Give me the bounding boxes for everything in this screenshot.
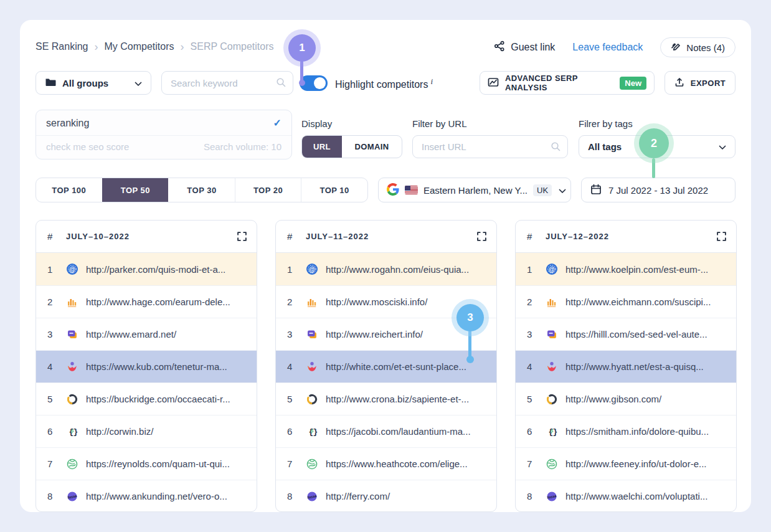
rank-cell: 6 bbox=[287, 426, 306, 437]
chevron-separator-icon: › bbox=[181, 41, 184, 52]
table-row[interactable]: 5https://buckridge.com/occaecati-r... bbox=[36, 382, 257, 415]
table-row[interactable]: 1@http://www.rogahn.com/eius-quia... bbox=[276, 253, 496, 285]
code-favicon-icon: {} bbox=[546, 425, 558, 438]
info-icon[interactable]: i bbox=[430, 77, 433, 86]
advanced-serp-analysis-button[interactable]: ADVANCED SERP ANALYSIS New bbox=[480, 71, 655, 95]
table-row[interactable]: 7http://www.feeney.info/ut-dolor-e... bbox=[516, 447, 736, 480]
url-link[interactable]: http://www.reichert.info/ bbox=[326, 329, 489, 340]
url-link[interactable]: http://www.waelchi.com/voluptati... bbox=[565, 491, 729, 501]
table-row[interactable]: 4https://www.kub.com/tenetur-ma... bbox=[36, 350, 257, 382]
url-link[interactable]: http://www.crona.biz/sapiente-et-... bbox=[326, 394, 489, 404]
url-link[interactable]: http://www.hage.com/earum-dele... bbox=[86, 297, 249, 307]
table-row[interactable]: 6{}https://jacobi.com/laudantium-ma... bbox=[276, 415, 496, 447]
display-domain-option[interactable]: DOMAIN bbox=[342, 136, 402, 158]
export-button[interactable]: EXPORT bbox=[665, 71, 736, 95]
tab-top-50[interactable]: TOP 50 bbox=[102, 178, 169, 202]
table-row[interactable]: 8fossahttp://www.ankunding.net/vero-o... bbox=[36, 480, 257, 512]
url-link[interactable]: http://parker.com/quis-modi-et-a... bbox=[86, 264, 249, 275]
filter-url-input[interactable] bbox=[412, 135, 568, 158]
breadcrumb-se-ranking[interactable]: SE Ranking bbox=[35, 41, 88, 52]
callout-step-1[interactable]: 1 bbox=[288, 34, 316, 62]
url-link[interactable]: http://www.koelpin.com/est-eum-... bbox=[565, 264, 729, 275]
url-link[interactable]: http://www.rogahn.com/eius-quia... bbox=[326, 264, 489, 275]
keyword-search-input[interactable] bbox=[161, 71, 293, 95]
table-date-title: JULY–11–2022 bbox=[306, 232, 477, 241]
url-link[interactable]: http://www.eichmann.com/suscipi... bbox=[565, 297, 729, 307]
rank-cell: 6 bbox=[47, 426, 66, 437]
serp-table-july-12: # JULY–12–2022 1@http://www.koelpin.com/… bbox=[515, 220, 737, 512]
table-row[interactable]: 5http://www.gibson.com/ bbox=[516, 382, 736, 415]
notes-button[interactable]: Notes (4) bbox=[660, 37, 736, 57]
flower-favicon-icon bbox=[546, 361, 558, 373]
rank-cell: 5 bbox=[287, 394, 306, 404]
url-link[interactable]: http://www.gibson.com/ bbox=[565, 394, 729, 404]
at-favicon-icon: @ bbox=[306, 263, 318, 275]
url-link[interactable]: http://www.ankunding.net/vero-o... bbox=[86, 491, 249, 501]
url-link[interactable]: http://www.hyatt.net/est-a-quisq... bbox=[565, 361, 729, 372]
table-row[interactable]: 6{}http://corwin.biz/ bbox=[36, 415, 257, 447]
breadcrumb-my-competitors[interactable]: My Competitors bbox=[105, 41, 174, 52]
table-row[interactable]: 7https://reynolds.com/quam-ut-qui... bbox=[36, 447, 257, 480]
callout-step-3[interactable]: 3 bbox=[456, 304, 484, 331]
url-link[interactable]: https://buckridge.com/occaecati-r... bbox=[86, 394, 249, 404]
groups-dropdown[interactable]: All groups bbox=[35, 71, 151, 95]
tab-top-100[interactable]: TOP 100 bbox=[36, 178, 102, 202]
url-link[interactable]: https://hilll.com/sed-sed-vel-aute... bbox=[565, 329, 729, 340]
rank-cell: 3 bbox=[287, 329, 306, 340]
table-row[interactable]: 1@http://parker.com/quis-modi-et-a... bbox=[36, 253, 257, 285]
keyword-suggestion-row[interactable]: check me seo score Search volume: 10 bbox=[36, 136, 291, 158]
callout-step-2[interactable]: 2 bbox=[639, 128, 669, 158]
table-row[interactable]: 3https://hilll.com/sed-sed-vel-aute... bbox=[516, 318, 736, 350]
export-icon bbox=[674, 77, 684, 89]
rank-cell: 3 bbox=[47, 329, 66, 340]
search-engine-location-dropdown[interactable]: Eastern Harlem, New Y... UK bbox=[378, 178, 571, 202]
display-url-option[interactable]: URL bbox=[302, 136, 342, 158]
expand-icon[interactable] bbox=[717, 232, 726, 241]
table-row[interactable]: 3http://www.emard.net/ bbox=[36, 318, 257, 350]
url-link[interactable]: https://reynolds.com/quam-ut-qui... bbox=[86, 458, 249, 469]
url-link[interactable]: https://www.heathcote.com/elige... bbox=[326, 458, 489, 469]
table-row[interactable]: 5http://www.crona.biz/sapiente-et-... bbox=[276, 382, 496, 415]
url-link[interactable]: http://ferry.com/ bbox=[326, 491, 489, 501]
url-link[interactable]: http://corwin.biz/ bbox=[86, 426, 249, 437]
url-link[interactable]: http://www.feeney.info/ut-dolor-e... bbox=[565, 458, 729, 469]
folder-icon bbox=[45, 77, 56, 89]
expand-icon[interactable] bbox=[237, 232, 247, 241]
table-row[interactable]: 2http://www.hage.com/earum-dele... bbox=[36, 285, 257, 318]
date-range-picker[interactable]: 7 Jul 2022 - 13 Jul 2022 bbox=[581, 178, 736, 202]
rank-cell: 6 bbox=[527, 426, 546, 437]
tab-top-20[interactable]: TOP 20 bbox=[235, 178, 301, 202]
new-badge: New bbox=[620, 77, 646, 90]
flower-favicon-icon bbox=[306, 361, 318, 373]
url-link[interactable]: http://www.emard.net/ bbox=[86, 329, 249, 340]
table-row[interactable]: 8fossahttp://www.waelchi.com/voluptati..… bbox=[516, 480, 736, 512]
filter-by-url-field bbox=[412, 135, 568, 158]
breadcrumb-serp-competitors: SERP Competitors bbox=[191, 41, 274, 52]
url-link[interactable]: http://white.com/et-et-sunt-place... bbox=[326, 361, 489, 372]
ring-favicon-icon bbox=[546, 393, 558, 406]
expand-icon[interactable] bbox=[477, 232, 486, 241]
table-row[interactable]: 4http://white.com/et-et-sunt-place... bbox=[276, 350, 496, 382]
table-row[interactable]: 1@http://www.koelpin.com/est-eum-... bbox=[516, 253, 736, 285]
url-link[interactable]: https://smitham.info/dolore-quibu... bbox=[565, 426, 729, 437]
leave-feedback-link[interactable]: Leave feedback bbox=[572, 42, 643, 53]
pen-icon bbox=[671, 42, 681, 54]
search-icon bbox=[276, 77, 286, 90]
table-row[interactable]: 8fossahttp://ferry.com/ bbox=[276, 480, 496, 512]
keyword-row[interactable]: seranking ✓ bbox=[36, 110, 291, 136]
table-row[interactable]: 6{}https://smitham.info/dolore-quibu... bbox=[516, 415, 736, 447]
rank-cell: 7 bbox=[287, 458, 306, 469]
table-row[interactable]: 2http://www.eichmann.com/suscipi... bbox=[516, 285, 736, 318]
guest-link-button[interactable]: Guest link bbox=[494, 40, 555, 54]
table-row[interactable]: 7https://www.heathcote.com/elige... bbox=[276, 447, 496, 480]
tab-top-30[interactable]: TOP 30 bbox=[168, 178, 235, 202]
globe-favicon-icon bbox=[66, 458, 78, 470]
bars-favicon-icon bbox=[546, 296, 558, 308]
url-link[interactable]: https://www.kub.com/tenetur-ma... bbox=[86, 361, 249, 372]
tab-top-10[interactable]: TOP 10 bbox=[301, 178, 367, 202]
table-row[interactable]: 4http://www.hyatt.net/est-a-quisq... bbox=[516, 350, 736, 382]
google-icon bbox=[387, 183, 399, 197]
url-link[interactable]: https://jacobi.com/laudantium-ma... bbox=[326, 426, 489, 437]
rank-cell: 2 bbox=[47, 297, 66, 307]
filter-by-tags-label: Filrer by tags bbox=[579, 118, 633, 129]
